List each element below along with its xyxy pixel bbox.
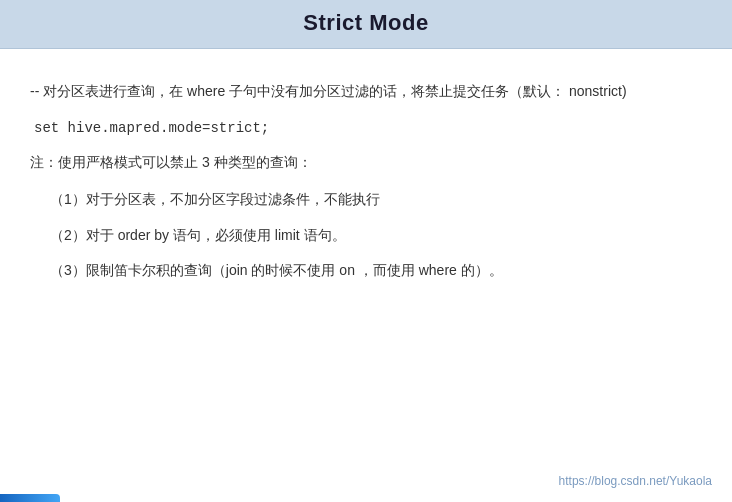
page-title: Strict Mode [303, 10, 428, 35]
description-text: -- 对分区表进行查询，在 where 子句中没有加分区过滤的话，将禁止提交任务… [30, 79, 692, 104]
note-text: 注：使用严格模式可以禁止 3 种类型的查询： [30, 150, 692, 175]
content-area: -- 对分区表进行查询，在 where 子句中没有加分区过滤的话，将禁止提交任务… [0, 49, 732, 502]
list-item: （1）对于分区表，不加分区字段过滤条件，不能执行 [30, 187, 692, 212]
bottom-accent-decoration [0, 494, 60, 502]
page-wrapper: Strict Mode -- 对分区表进行查询，在 where 子句中没有加分区… [0, 0, 732, 502]
list-item: （3）限制笛卡尔积的查询（join 的时候不使用 on ，而使用 where 的… [30, 258, 692, 283]
header-bar: Strict Mode [0, 0, 732, 49]
list-item: （2）对于 order by 语句，必须使用 limit 语句。 [30, 223, 692, 248]
code-block: set hive.mapred.mode=strict; [30, 120, 692, 136]
watermark: https://blog.csdn.net/Yukaola [559, 474, 712, 488]
